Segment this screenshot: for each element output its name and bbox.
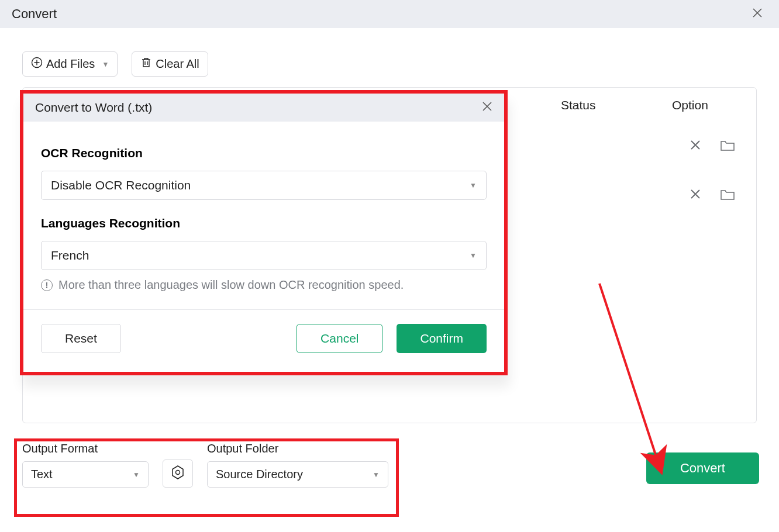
- convert-button[interactable]: Convert: [646, 452, 759, 484]
- svg-point-2: [176, 471, 180, 475]
- output-format-group: Output Format Text ▼: [22, 442, 149, 488]
- open-folder-icon[interactable]: [720, 139, 735, 154]
- clear-all-label: Clear All: [156, 57, 199, 71]
- bottom-bar: Output Format Text ▼ Output Folder Sourc…: [14, 437, 765, 492]
- column-option: Option: [672, 98, 708, 112]
- window-title: Convert: [12, 6, 57, 22]
- column-status: Status: [561, 98, 596, 112]
- languages-section-label: Languages Recognition: [41, 216, 487, 230]
- convert-settings-dialog: Convert to Word (.txt) OCR Recognition D…: [20, 90, 508, 375]
- dialog-title: Convert to Word (.txt): [35, 101, 152, 115]
- toolbar: Add Files ▼ Clear All: [0, 28, 779, 87]
- output-folder-group: Output Folder Source Directory ▼: [207, 442, 388, 488]
- output-format-value: Text: [31, 468, 53, 481]
- trash-icon: [140, 57, 152, 71]
- gear-icon: [170, 464, 186, 483]
- dialog-footer: Reset Cancel Confirm: [23, 309, 504, 372]
- ocr-mode-select[interactable]: Disable OCR Recognition ▼: [41, 171, 487, 200]
- dialog-header: Convert to Word (.txt): [23, 94, 504, 122]
- output-folder-value: Source Directory: [216, 468, 303, 481]
- settings-button[interactable]: [163, 460, 193, 488]
- remove-row-icon[interactable]: [690, 139, 701, 154]
- row-actions: [690, 188, 735, 203]
- info-text: More than three languages will slow down…: [58, 278, 404, 292]
- ocr-mode-value: Disable OCR Recognition: [51, 178, 191, 192]
- window-title-bar: Convert: [0, 0, 779, 28]
- languages-select[interactable]: French ▼: [41, 241, 487, 270]
- dialog-body: OCR Recognition Disable OCR Recognition …: [23, 122, 504, 309]
- languages-value: French: [51, 248, 89, 262]
- chevron-down-icon: ▼: [470, 251, 477, 260]
- chevron-down-icon: ▼: [470, 181, 477, 189]
- add-files-label: Add Files: [46, 57, 95, 71]
- output-format-label: Output Format: [22, 442, 149, 455]
- plus-circle-icon: [31, 57, 43, 71]
- clear-all-button[interactable]: Clear All: [132, 51, 208, 77]
- ocr-section-label: OCR Recognition: [41, 146, 487, 160]
- chevron-down-icon: ▼: [102, 60, 109, 68]
- output-folder-select[interactable]: Source Directory ▼: [207, 461, 388, 488]
- info-note: ! More than three languages will slow do…: [41, 278, 487, 292]
- row-actions: [690, 139, 735, 154]
- chevron-down-icon: ▼: [373, 471, 380, 479]
- cancel-button[interactable]: Cancel: [297, 324, 382, 353]
- add-files-button[interactable]: Add Files ▼: [22, 51, 118, 77]
- open-folder-icon[interactable]: [720, 188, 735, 203]
- svg-marker-1: [173, 466, 183, 479]
- output-folder-label: Output Folder: [207, 442, 388, 455]
- dialog-close-icon[interactable]: [482, 101, 492, 115]
- chevron-down-icon: ▼: [133, 471, 140, 479]
- info-icon: !: [41, 279, 53, 291]
- reset-button[interactable]: Reset: [41, 324, 121, 353]
- remove-row-icon[interactable]: [690, 188, 701, 203]
- window-close-icon[interactable]: [747, 5, 767, 23]
- confirm-button[interactable]: Confirm: [397, 324, 487, 353]
- output-format-select[interactable]: Text ▼: [22, 461, 149, 488]
